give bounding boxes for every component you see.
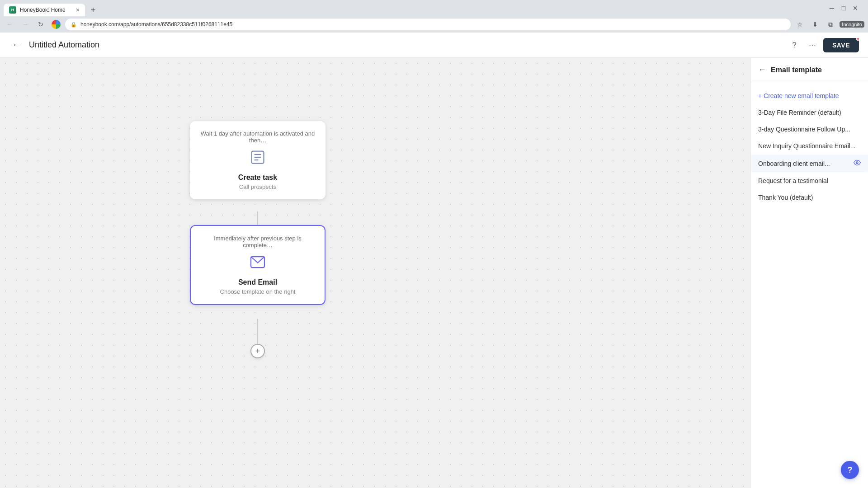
save-button[interactable]: SAVE	[823, 38, 859, 52]
extensions-button[interactable]: ⧉	[824, 18, 837, 31]
task-node-timing: Wait 1 day after automation is activated…	[199, 130, 316, 144]
sidebar-content: + Create new email template 3-Day File R…	[751, 82, 868, 211]
close-button[interactable]: ✕	[850, 4, 861, 13]
email-node-subtitle: Choose template on the right	[200, 288, 316, 295]
email-node-timing: Immediately after previous step is compl…	[200, 235, 316, 249]
template-label-1: 3-Day File Reminder (default)	[758, 109, 861, 116]
browser-toolbar: ← → ↻ 🔒 honeybook.com/app/automations/65…	[0, 16, 868, 33]
address-bar[interactable]: 🔒 honeybook.com/app/automations/655d8233…	[65, 19, 791, 30]
download-button[interactable]: ⬇	[809, 18, 821, 31]
task-node-icon	[199, 149, 316, 169]
template-item-2[interactable]: 3-day Questionnaire Follow Up...	[751, 121, 868, 137]
app-back-button[interactable]: ←	[9, 38, 24, 52]
app-header: ← Untitled Automation ? ⋯ SAVE	[0, 33, 868, 58]
template-item-4[interactable]: Onboarding client email...	[751, 155, 868, 172]
header-actions: ? ⋯ SAVE	[787, 38, 859, 52]
browser-chrome: H HoneyBook: Home × + ← → ↻ 🔒 honeybook.…	[0, 0, 868, 33]
sidebar-title: Email template	[771, 66, 822, 74]
template-label-2: 3-day Questionnaire Follow Up...	[758, 126, 861, 133]
task-node-subtitle: Call prospects	[199, 183, 316, 190]
help-button[interactable]: ?	[841, 461, 859, 479]
more-options-button[interactable]: ⋯	[805, 38, 820, 52]
tab-favicon: H	[9, 6, 16, 14]
forward-nav-button[interactable]: →	[19, 18, 32, 31]
add-step-button[interactable]: +	[250, 344, 265, 358]
main-content: Wait 1 day after automation is activated…	[0, 58, 868, 488]
template-item-3[interactable]: New Inquiry Questionnaire Email...	[751, 138, 868, 154]
page-title: Untitled Automation	[29, 40, 782, 50]
reload-button[interactable]: ↻	[34, 18, 47, 31]
new-tab-button[interactable]: +	[87, 4, 99, 16]
template-item-5[interactable]: Request for a testimonial	[751, 173, 868, 189]
tab-title: HoneyBook: Home	[20, 7, 72, 13]
create-template-button[interactable]: + Create new email template	[751, 88, 868, 104]
bookmark-button[interactable]: ☆	[793, 18, 806, 31]
url-text: honeybook.com/app/automations/655d82338c…	[80, 21, 232, 28]
email-node[interactable]: Immediately after previous step is compl…	[190, 225, 326, 305]
connector-line-bot	[257, 319, 258, 344]
sidebar-header: ← Email template	[751, 58, 868, 82]
template-item-6[interactable]: Thank You (default)	[751, 189, 868, 206]
task-node[interactable]: Wait 1 day after automation is activated…	[190, 121, 326, 199]
template-label-6: Thank You (default)	[758, 194, 861, 201]
maximize-button[interactable]: □	[838, 4, 849, 13]
lock-icon: 🔒	[71, 22, 77, 28]
template-label-5: Request for a testimonial	[758, 177, 861, 184]
canvas-area: Wait 1 day after automation is activated…	[0, 58, 750, 488]
notification-dot	[856, 37, 860, 41]
tab-close-icon[interactable]: ×	[76, 7, 80, 13]
template-label-3: New Inquiry Questionnaire Email...	[758, 142, 861, 150]
right-sidebar: ← Email template + Create new email temp…	[750, 58, 868, 488]
minimize-button[interactable]: ─	[826, 4, 837, 13]
preview-icon[interactable]	[854, 159, 861, 168]
back-nav-button[interactable]: ←	[4, 18, 16, 31]
google-icon	[50, 18, 62, 31]
tab-bar: H HoneyBook: Home × +	[0, 0, 868, 16]
help-icon-button[interactable]: ?	[787, 38, 802, 52]
app-container: ← Untitled Automation ? ⋯ SAVE Wait 1 da…	[0, 33, 868, 488]
active-tab[interactable]: H HoneyBook: Home ×	[4, 4, 85, 16]
email-node-icon	[200, 254, 316, 274]
template-item-1[interactable]: 3-Day File Reminder (default)	[751, 104, 868, 121]
incognito-badge: Incognito	[840, 21, 864, 28]
task-node-title: Create task	[199, 174, 316, 182]
sidebar-back-button[interactable]: ←	[758, 65, 766, 75]
template-label-4: Onboarding client email...	[758, 160, 854, 167]
email-node-title: Send Email	[200, 278, 316, 286]
svg-point-5	[856, 162, 858, 164]
